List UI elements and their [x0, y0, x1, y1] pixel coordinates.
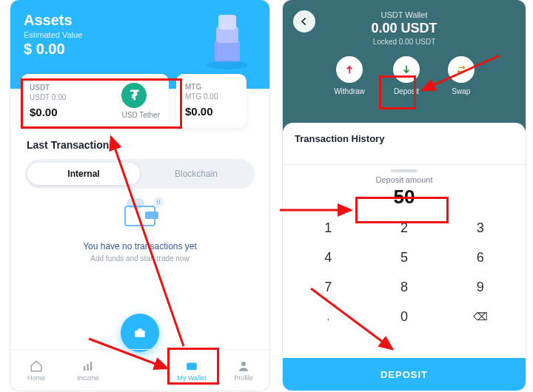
tx-count-badge: 0	[153, 197, 164, 207]
key-4[interactable]: 4	[290, 243, 366, 272]
key-5[interactable]: 5	[366, 243, 443, 272]
deposit-submit-button[interactable]: DEPOSIT	[283, 358, 526, 391]
empty-subtitle: Add funds and start trade now	[10, 254, 269, 263]
nav-income[interactable]: Income	[62, 350, 114, 391]
home-icon	[30, 359, 43, 373]
empty-title: You have no transactions yet	[10, 241, 269, 251]
empty-state: 0 You have no transactions yet Add funds…	[10, 198, 269, 263]
arrow-down-icon	[400, 64, 412, 75]
key-3[interactable]: 3	[442, 213, 518, 243]
svg-rect-2	[218, 15, 236, 30]
action-label: Withdraw	[334, 87, 365, 95]
tab-internal[interactable]: Internal	[27, 163, 140, 185]
key-backspace[interactable]: ⌫	[442, 302, 518, 331]
svg-rect-8	[90, 362, 92, 371]
wallet-name: USDT Wallet	[283, 10, 526, 19]
action-label: Swap	[452, 87, 470, 95]
bottom-nav: Home Income My Wallet Profile	[10, 349, 269, 391]
numeric-keypad: 1 2 3 4 5 6 7 8 9 . 0 ⌫	[283, 209, 526, 331]
annotation-box	[21, 78, 182, 129]
history-title: Transaction History	[295, 133, 514, 144]
svg-rect-5	[138, 328, 142, 331]
annotation-box	[355, 197, 449, 223]
nav-label: Home	[27, 374, 45, 382]
assets-illustration	[194, 4, 261, 71]
fab-button[interactable]	[121, 314, 159, 352]
asset-symbol: MTG	[185, 83, 238, 91]
wallet-illustration-icon: 0	[119, 198, 161, 228]
nav-label: Income	[77, 374, 99, 382]
nav-label: Profile	[234, 374, 253, 382]
tab-blockchain[interactable]: Blockchain	[140, 163, 252, 185]
wallet-header: USDT Wallet 0.00 USDT Locked 0.00 USDT W…	[283, 0, 526, 132]
asset-card-mtg[interactable]: MTG MTG 0.00 $0.00	[176, 74, 247, 128]
history-panel: Transaction History	[283, 123, 526, 155]
sheet-handle[interactable]	[391, 169, 418, 172]
annotation-box	[167, 348, 219, 385]
svg-rect-7	[87, 364, 89, 371]
wallet-locked: Locked 0.00 USDT	[283, 38, 526, 46]
key-7[interactable]: 7	[290, 272, 366, 302]
key-0[interactable]: 0	[366, 302, 443, 331]
svg-rect-4	[135, 331, 144, 337]
svg-rect-0	[215, 40, 240, 62]
nav-spacer	[114, 350, 166, 391]
asset-usd: $0.00	[185, 105, 238, 118]
key-dot[interactable]: .	[290, 302, 366, 331]
key-8[interactable]: 8	[366, 272, 443, 302]
key-6[interactable]: 6	[442, 243, 518, 272]
profile-icon	[237, 359, 250, 373]
svg-point-10	[241, 362, 246, 366]
wallet-screen: Assets Estimated Value $ 0.00 USDT USDT …	[10, 0, 269, 391]
nav-profile[interactable]: Profile	[218, 350, 269, 391]
svg-rect-6	[84, 366, 85, 371]
wallet-balance: 0.00 USDT	[283, 21, 526, 36]
annotation-box	[379, 75, 416, 109]
nav-home[interactable]: Home	[10, 350, 62, 391]
withdraw-button[interactable]: Withdraw	[334, 56, 365, 95]
tx-tabs: Internal Blockchain	[25, 159, 255, 189]
asset-amount: MTG 0.00	[185, 92, 238, 101]
chart-icon	[81, 359, 95, 373]
swap-button[interactable]: Swap	[448, 56, 475, 95]
briefcase-icon	[133, 325, 147, 340]
key-9[interactable]: 9	[442, 272, 518, 302]
deposit-screen: USDT Wallet 0.00 USDT Locked 0.00 USDT W…	[283, 0, 526, 391]
deposit-amount-label: Deposit amount	[283, 175, 526, 184]
swap-icon	[455, 64, 467, 75]
last-transactions-title: Last Transactions	[27, 139, 115, 151]
arrow-up-icon	[343, 64, 355, 75]
svg-point-3	[207, 61, 248, 70]
